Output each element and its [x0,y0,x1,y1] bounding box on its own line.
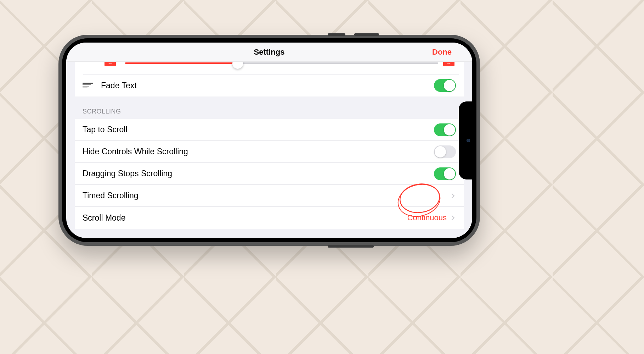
scrolling-section-header: SCROLLING [66,96,472,119]
side-button [328,245,374,248]
scroll-mode-cell[interactable]: Scroll Mode Continuous [75,207,464,229]
page-title: Settings [254,48,285,57]
chevron-right-icon [450,215,454,220]
scroll-mode-detail: Continuous [407,213,447,222]
navigation-bar: Settings Done [66,43,472,62]
slider-thumb[interactable] [232,62,243,69]
settings-content[interactable]: ← → Fade Text [66,62,472,238]
iphone-notch [459,101,472,179]
hide-controls-cell[interactable]: Hide Controls While Scrolling [75,141,464,163]
iphone-screen: Settings Done ← → [66,43,472,238]
side-button [328,33,345,36]
hide-controls-label: Hide Controls While Scrolling [83,147,434,156]
settings-group-display: ← → Fade Text [75,62,464,96]
fade-text-switch[interactable] [434,79,456,92]
dragging-stops-switch[interactable] [434,167,456,180]
arrow-left-icon[interactable]: ← [104,62,116,66]
tap-to-scroll-cell[interactable]: Tap to Scroll [75,119,464,141]
slider-fill [125,62,238,64]
dragging-stops-label: Dragging Stops Scrolling [83,169,434,178]
settings-group-scrolling: Tap to Scroll Hide Controls While Scroll… [75,119,464,229]
fade-text-cell[interactable]: Fade Text [75,74,464,96]
fade-text-icon [83,82,93,89]
iphone-bezel: Settings Done ← → [58,35,480,246]
tap-to-scroll-switch[interactable] [434,123,456,136]
hide-controls-switch[interactable] [434,145,456,158]
scroll-mode-label: Scroll Mode [83,213,407,223]
tap-to-scroll-label: Tap to Scroll [83,125,434,134]
fade-text-label: Fade Text [101,81,434,90]
slider[interactable] [125,62,438,64]
side-button [354,33,379,36]
chevron-right-icon [450,193,454,198]
slider-row: ← → [83,62,459,74]
done-button[interactable]: Done [432,48,452,57]
arrow-right-icon[interactable]: → [443,62,454,66]
dragging-stops-cell[interactable]: Dragging Stops Scrolling [75,163,464,185]
timed-scrolling-cell[interactable]: Timed Scrolling [75,185,464,207]
iphone-inner-bezel: Settings Done ← → [62,38,476,242]
timed-scrolling-label: Timed Scrolling [83,191,450,200]
